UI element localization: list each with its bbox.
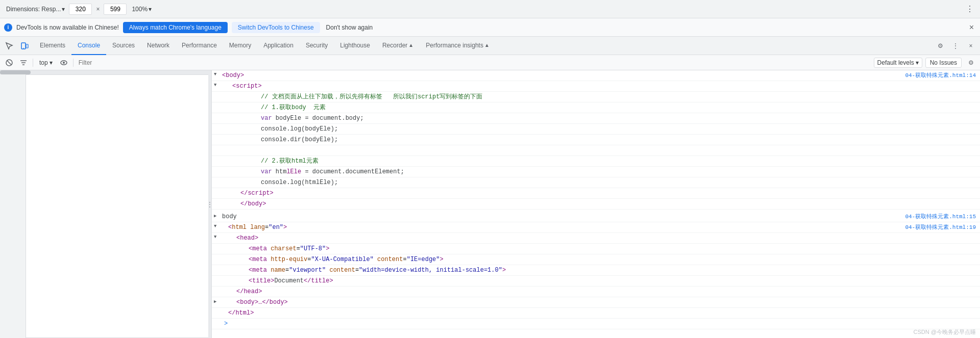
tab-network[interactable]: Network (141, 37, 176, 55)
zoom-dropdown[interactable]: 100% ▾ (129, 5, 155, 14)
zoom-value: 100% (132, 6, 148, 13)
expand-arrow[interactable]: ▼ (212, 233, 220, 243)
expand-arrow (212, 113, 220, 123)
switch-devtools-button[interactable]: Switch DevTools to Chinese (232, 22, 320, 33)
height-input[interactable] (104, 4, 127, 15)
table-row: // 1.获取body 元素 (212, 102, 980, 113)
table-row: <meta http-equiv="X-UA-Compatible" conte… (212, 254, 980, 265)
code-body: var bodyEle = document.body; (220, 113, 976, 123)
source-link[interactable] (976, 102, 980, 113)
source-link[interactable] (976, 113, 980, 123)
customize-devtools-button[interactable]: ⋮ (948, 39, 963, 53)
code-body: </head> (220, 287, 976, 297)
clear-console-button[interactable] (3, 57, 15, 69)
tab-memory[interactable]: Memory (223, 37, 257, 55)
tab-application[interactable]: Application (257, 37, 300, 55)
table-row: console.log(htmlEle); (212, 177, 980, 188)
code-body: <meta http-equiv="X-UA-Compatible" conte… (220, 254, 976, 265)
source-link[interactable] (976, 145, 980, 155)
console-toolbar: top ▾ Default levels ▾ No Issues ⚙ (0, 55, 980, 70)
horizontal-scrollbar[interactable] (0, 70, 211, 74)
table-row: <title>Document</title> (212, 276, 980, 287)
tab-sources[interactable]: Sources (106, 37, 141, 55)
log-levels-dropdown[interactable]: Default levels ▾ (874, 58, 922, 68)
device-toggle-button[interactable] (17, 39, 32, 53)
source-link[interactable] (976, 81, 980, 91)
expand-arrow[interactable]: ▶ (212, 212, 220, 222)
tabs-list: Elements Console Sources Network Perform… (34, 37, 931, 55)
dimensions-dropdown[interactable]: Dimensions: Resp... ▾ (4, 5, 67, 14)
source-link[interactable] (976, 92, 980, 102)
source-link[interactable] (976, 297, 980, 307)
source-link-html[interactable]: 04-获取特殊元素.html:19 (905, 222, 980, 232)
tab-console[interactable]: Console (71, 37, 106, 55)
close-devtools-button[interactable]: × (964, 39, 978, 53)
expand-arrow[interactable]: ▶ (212, 297, 220, 307)
source-link[interactable] (976, 167, 980, 177)
tab-recorder[interactable]: Recorder ▲ (376, 37, 420, 55)
expand-arrow[interactable]: ▼ (212, 81, 220, 91)
expand-arrow (212, 102, 220, 113)
console-settings-button[interactable]: ⚙ (965, 57, 977, 69)
dimension-separator: × (94, 6, 102, 13)
code-body: <title>Document</title> (220, 276, 976, 286)
filter-input[interactable] (77, 57, 872, 68)
match-language-button[interactable]: Always match Chrome's language (123, 22, 228, 33)
source-link[interactable] (976, 177, 980, 188)
source-link[interactable] (976, 124, 980, 134)
source-link[interactable] (976, 319, 980, 329)
tab-performance-insights[interactable]: Performance insights ▲ (420, 37, 496, 55)
source-link[interactable] (976, 254, 980, 265)
context-label: top (39, 59, 48, 66)
table-row: <meta name="viewport" content="width=dev… (212, 265, 980, 276)
source-link[interactable] (976, 199, 980, 209)
table-row: ▼ <body> 04-获取特殊元素.html:14 (212, 70, 980, 81)
expand-arrow[interactable]: ▼ (212, 70, 220, 81)
svg-point-2 (23, 47, 23, 48)
devtools-settings-button[interactable]: ⚙ (933, 39, 947, 53)
code-body: console.log(bodyEle); (220, 124, 976, 134)
source-link[interactable] (976, 244, 980, 254)
issues-button[interactable]: No Issues (925, 58, 962, 68)
context-selector[interactable]: top ▾ (36, 58, 56, 67)
more-options-button[interactable]: ⋮ (964, 2, 976, 16)
dont-show-again-button[interactable]: Don't show again (326, 24, 373, 31)
source-link[interactable] (976, 287, 980, 297)
source-link[interactable] (976, 265, 980, 275)
resize-handle[interactable]: ⋮ (208, 70, 211, 338)
expand-arrow (212, 124, 220, 134)
dimensions-area: Dimensions: Resp... ▾ × 100% ▾ (4, 4, 155, 15)
right-panel[interactable]: ▼ <body> 04-获取特殊元素.html:14 ▼ <script> //… (212, 70, 980, 338)
code-body: <script> (220, 81, 976, 91)
code-body: </script> (220, 188, 976, 198)
source-link[interactable] (976, 188, 980, 198)
table-row: <meta charset="UTF-8"> (212, 244, 980, 254)
source-link[interactable] (976, 276, 980, 286)
expand-arrow (212, 188, 220, 198)
expand-arrow (212, 254, 220, 265)
tab-performance[interactable]: Performance (176, 37, 223, 55)
table-row: </head> (212, 287, 980, 297)
svg-line-4 (7, 61, 11, 65)
source-link[interactable]: 04-获取特殊元素.html:14 (905, 70, 980, 81)
source-link[interactable] (976, 156, 980, 166)
expand-arrow[interactable]: ▼ (212, 222, 220, 232)
tab-elements[interactable]: Elements (34, 37, 71, 55)
eye-button[interactable] (58, 57, 70, 69)
width-input[interactable] (69, 4, 92, 15)
source-link[interactable] (976, 308, 980, 318)
table-row: </script> (212, 188, 980, 199)
inspect-element-button[interactable] (2, 39, 16, 53)
expand-arrow (212, 265, 220, 275)
source-link[interactable] (976, 135, 980, 145)
page-preview (26, 74, 211, 338)
scrollbar-thumb[interactable] (0, 70, 31, 74)
table-row: ▶ <body>…</body> (212, 297, 980, 308)
close-notification-button[interactable]: × (967, 21, 976, 34)
expand-arrow (212, 145, 220, 155)
source-link[interactable] (976, 233, 980, 243)
tab-lighthouse[interactable]: Lighthouse (334, 37, 376, 55)
tab-security[interactable]: Security (300, 37, 334, 55)
source-link-body[interactable]: 04-获取特殊元素.html:15 (905, 212, 980, 222)
filter-toggle-button[interactable] (17, 57, 30, 69)
